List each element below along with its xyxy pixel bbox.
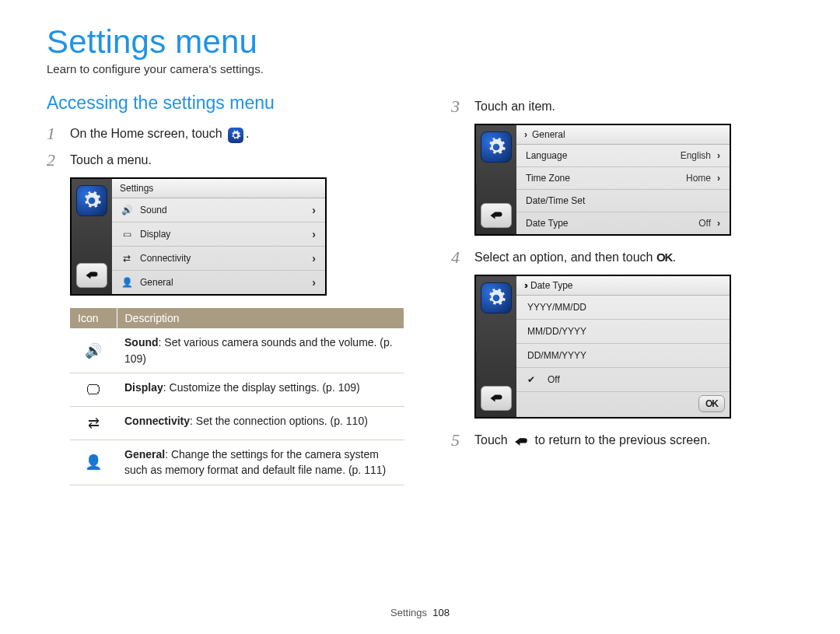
page-footer: Settings 108 (0, 607, 840, 618)
general-icon: 👤 (70, 440, 117, 485)
check-icon: ✔ (527, 374, 535, 385)
table-row: ⇄ Connectivity: Set the connection optio… (70, 407, 404, 440)
step-5: 5 Touch to return to the previous screen… (451, 431, 793, 450)
display-icon: ▭ (121, 229, 132, 240)
chevron-right-icon: › (524, 129, 527, 140)
option-label: YYYY/MM/DD (527, 302, 586, 313)
page-subtitle: Learn to configure your camera's setting… (47, 62, 793, 75)
ok-button[interactable]: OK (698, 395, 725, 412)
section-title: Accessing the settings menu (47, 93, 404, 114)
step-text: Touch an item. (474, 97, 793, 116)
back-button[interactable] (481, 386, 512, 411)
setting-row-datetype[interactable]: Date Type Off› (516, 212, 730, 234)
row-label: Sound (140, 205, 167, 215)
connectivity-icon: ⇄ (70, 407, 117, 440)
connectivity-icon: ⇄ (121, 253, 132, 264)
chevron-right-icon: › (312, 228, 316, 240)
step-text: On the Home screen, touch . (70, 124, 404, 143)
option-label: DD/MM/YYYY (527, 350, 586, 361)
chevron-right-icon: › (312, 204, 316, 216)
chevron-right-icon: › (717, 218, 720, 229)
step-2: 2 Touch a menu. (47, 151, 404, 170)
gear-icon[interactable] (481, 282, 512, 313)
step-number: 3 (451, 97, 465, 116)
chevron-right-icon: › (312, 252, 316, 264)
row-label: Connectivity (140, 253, 191, 264)
row-label: Date Type (526, 218, 568, 229)
table-row: 👤 General: Change the settings for the c… (70, 440, 404, 485)
settings-icon (228, 128, 243, 143)
row-label: Display (140, 229, 170, 240)
step-1: 1 On the Home screen, touch . (47, 124, 404, 143)
option-row[interactable]: DD/MM/YYYY (516, 344, 730, 368)
step-number: 1 (47, 124, 61, 143)
step-4: 4 Select an option, and then touch OK. (451, 248, 793, 267)
step-text: Touch to return to the previous screen. (474, 431, 793, 450)
setting-row-timezone[interactable]: Time Zone Home› (516, 167, 730, 190)
gear-icon[interactable] (481, 131, 512, 163)
table-row: 🔊 Sound: Set various camera sounds and t… (70, 328, 404, 373)
row-label: Language (526, 150, 567, 161)
datetype-screen: ›› Date Type YYYY/MM/DD MM/DD/YYYY DD/MM… (474, 275, 731, 419)
left-column: Accessing the settings menu 1 On the Hom… (47, 93, 404, 485)
general-icon: 👤 (121, 277, 132, 288)
breadcrumb: ›› Date Type (516, 276, 730, 296)
general-screen: › General Language English› Time Zone Ho… (474, 124, 731, 236)
menu-row-connectivity[interactable]: ⇄Connectivity › (112, 247, 325, 271)
right-column: 3 Touch an item. › General Langua (451, 93, 793, 485)
icon-description-table: Icon Description 🔊 Sound: Set various ca… (70, 308, 404, 485)
double-chevron-right-icon: ›› (524, 280, 526, 291)
display-icon: 🖵 (70, 373, 117, 406)
option-row[interactable]: YYYY/MM/DD (516, 296, 730, 320)
option-row[interactable]: MM/DD/YYYY (516, 320, 730, 344)
row-label: Date/Time Set (526, 195, 585, 206)
chevron-right-icon: › (717, 173, 720, 184)
option-label: Off (548, 374, 560, 385)
chevron-right-icon: › (717, 150, 720, 161)
breadcrumb: › General (516, 125, 730, 145)
row-label: General (140, 277, 173, 288)
ok-icon: OK (656, 250, 673, 264)
setting-row-language[interactable]: Language English› (516, 145, 730, 167)
screen-title: Settings (112, 179, 325, 198)
table-row: 🖵 Display: Customize the display setting… (70, 373, 404, 406)
step-text: Select an option, and then touch OK. (474, 248, 793, 267)
step-number: 2 (47, 151, 61, 170)
step-text-post: . (246, 127, 249, 140)
option-label: MM/DD/YYYY (527, 326, 586, 337)
page-title: Settings menu (47, 23, 793, 61)
back-button[interactable] (76, 263, 107, 288)
row-value: Home (686, 173, 711, 184)
step-3: 3 Touch an item. (451, 97, 793, 116)
table-header-icon: Icon (70, 308, 117, 328)
back-icon (513, 436, 529, 447)
step-text: Touch a menu. (70, 151, 404, 170)
option-row-selected[interactable]: ✔Off (516, 368, 730, 392)
setting-row-datetime[interactable]: Date/Time Set (516, 190, 730, 212)
gear-icon[interactable] (76, 185, 107, 216)
chevron-right-icon: › (312, 276, 316, 289)
menu-row-display[interactable]: ▭Display › (112, 222, 325, 247)
row-label: Time Zone (526, 173, 570, 184)
back-button[interactable] (481, 203, 512, 228)
row-value: English (681, 150, 711, 161)
table-header-description: Description (117, 308, 404, 328)
sound-icon: 🔊 (121, 205, 132, 215)
row-value: Off (698, 218, 711, 229)
menu-row-sound[interactable]: 🔊Sound › (112, 198, 325, 222)
step-number: 4 (451, 248, 465, 267)
step-number: 5 (451, 431, 465, 450)
settings-screen: Settings 🔊Sound › ▭Display › ⇄Connectivi… (70, 177, 327, 296)
menu-row-general[interactable]: 👤General › (112, 271, 325, 294)
sound-icon: 🔊 (70, 328, 117, 373)
step-text-pre: On the Home screen, touch (70, 127, 226, 140)
